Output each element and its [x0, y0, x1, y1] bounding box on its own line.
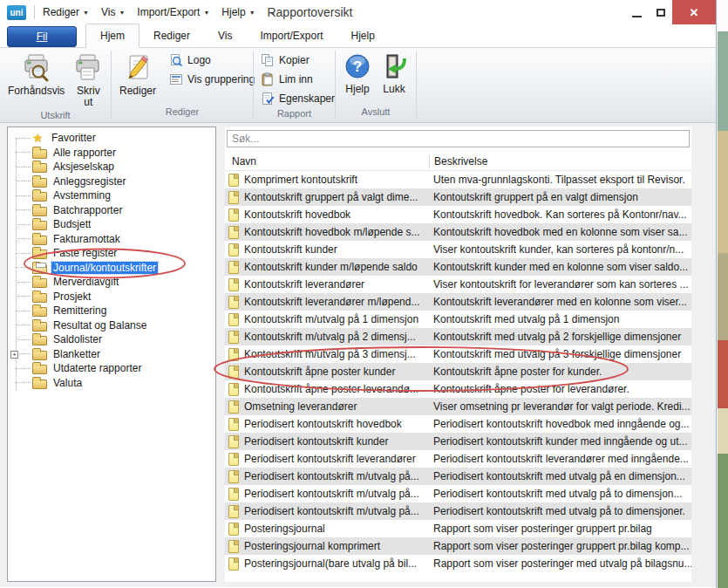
exit-button[interactable]: Lukk [377, 51, 412, 97]
tab-hjem[interactable]: Hjem [85, 24, 139, 48]
expand-icon[interactable]: + [10, 351, 18, 359]
report-row[interactable]: Kontoutskrift gruppert på valgt dime... … [225, 188, 691, 206]
report-row[interactable]: Periodisert kontoutskrift m/utvalg på...… [225, 468, 691, 485]
tree-item-journal-kontoutskrifter[interactable]: + Journal/kontoutskrifter [8, 261, 215, 276]
tab-hjelp[interactable]: Hjelp [337, 24, 389, 47]
document-icon [228, 331, 239, 344]
print-preview-button[interactable]: Forhåndsvis [3, 51, 69, 99]
report-row[interactable]: Kontoutskrift leverandører m/løpend... K… [225, 293, 691, 311]
group-label: Rapport [254, 108, 335, 122]
column-header-beskrivelse[interactable]: Beskrivelse [430, 155, 487, 168]
tree-item-resultat-og-balanse[interactable]: + Resultat og Balanse [8, 318, 215, 333]
report-row[interactable]: Posteringsjournal Rapport som viser post… [225, 520, 691, 537]
tab-rediger[interactable]: Rediger [139, 24, 204, 47]
tree-item-utdaterte-rapporter[interactable]: + Utdaterte rapporter [8, 361, 215, 376]
tree-item-alle-rapporter[interactable]: + Alle rapporter [8, 146, 215, 161]
column-header-navn[interactable]: Navn [225, 155, 430, 168]
report-row[interactable]: Posteringsjournal(bare utvalg på bil... … [225, 555, 691, 572]
report-row[interactable]: Periodisert kontoutskrift kunder Periodi… [225, 433, 691, 450]
report-row[interactable]: Posteringsjournal komprimert Rapport som… [225, 537, 691, 555]
ribbon-collapse-icon[interactable]: ⌄ [269, 8, 276, 17]
menu-rediger[interactable]: Rediger▼ [43, 6, 89, 18]
report-row[interactable]: Kontoutskrift hovedbok m/løpende s... Ko… [225, 223, 691, 241]
report-row[interactable]: Kontoutskrift m/utvalg på 1 dimensjon Ko… [225, 311, 691, 328]
report-row[interactable]: Periodisert kontoutskrift m/utvalg på...… [225, 485, 691, 503]
report-row[interactable]: Komprimert kontoutskrift Uten mva-grunnl… [225, 171, 691, 188]
document-icon [228, 453, 239, 466]
report-row[interactable]: Kontoutskrift kunder m/løpende saldo Kon… [225, 258, 691, 276]
menu-import-export[interactable]: Import/Export▼ [137, 6, 209, 18]
properties-button[interactable]: Egenskaper [257, 89, 338, 108]
tree-item-favoritter[interactable]: + Favoritter [8, 131, 215, 146]
chevron-down-icon: ▼ [203, 10, 209, 16]
report-row[interactable]: Kontoutskrift m/utvalg på 3 dimensj... K… [225, 345, 691, 363]
report-row[interactable]: Kontoutskrift åpne poster kunder Kontout… [225, 363, 691, 380]
tree-item-label: Merverdiavgift [51, 276, 120, 288]
tree-item-budsjett[interactable]: + Budsjett [8, 217, 215, 232]
folder-open-icon [32, 264, 47, 274]
print-button[interactable]: Skriv ut [69, 51, 107, 110]
tree-item-label: Aksjeselskap [51, 161, 116, 173]
logo-icon [169, 53, 183, 67]
report-row[interactable]: Kontoutskrift hovedbok Kontoutskrift hov… [225, 206, 691, 223]
tree-connector [16, 382, 31, 383]
help-button[interactable]: ? Hjelp [340, 51, 375, 97]
report-row[interactable]: Kontoutskrift m/utvalg på 2 dimensj... K… [225, 328, 691, 345]
maximize-button[interactable] [649, 0, 672, 24]
report-name: Kontoutskrift m/utvalg på 3 dimensj... [244, 348, 431, 360]
report-description: Periodisert kontoutskrift kunder med inn… [431, 435, 691, 448]
ribbon: Forhåndsvis Skriv ut Utskrift [0, 48, 716, 123]
minimize-button[interactable] [625, 0, 649, 24]
help-icon: ? [344, 52, 371, 82]
report-description: Kontoutskrift åpne poster for leverandør… [431, 383, 691, 395]
report-row[interactable]: Periodisert kontoutskrift hovedbok Perio… [225, 415, 691, 433]
window-controls: ✕ [625, 0, 716, 24]
report-row[interactable]: Periodisert kontoutskrift m/utvalg på...… [225, 503, 691, 520]
close-button[interactable]: ✕ [672, 0, 716, 24]
file-tab-button[interactable]: Fil [7, 26, 77, 47]
maximize-icon [657, 9, 665, 17]
tree-item-avstemming[interactable]: + Avstemming [8, 188, 215, 203]
print-icon [73, 52, 103, 84]
tree-connector [16, 195, 31, 196]
report-description: Kontoutskrift hovedbok. Kan sorteres på … [431, 209, 691, 221]
tree-connector [16, 152, 31, 153]
tree-item-fakturamottak[interactable]: + Fakturamottak [8, 232, 215, 247]
tree-item-batchrapporter[interactable]: + Batchrapporter [8, 203, 215, 218]
tree-item-saldolister[interactable]: + Saldolister [8, 332, 215, 347]
paste-button[interactable]: Lim inn [257, 70, 338, 89]
edit-button[interactable]: Rediger [115, 51, 160, 99]
tab-import-export[interactable]: Import/Export [247, 24, 337, 47]
report-row[interactable]: Kontoutskrift åpne poster leverandø... K… [225, 380, 691, 398]
category-tree-panel: + Favoritter + Alle rapporter + Aksjesel… [7, 126, 216, 582]
report-row[interactable]: Periodisert kontoutskrift leverandører P… [225, 450, 691, 468]
tree-item-label: Alle rapporter [51, 147, 118, 159]
ribbon-tab-row: Fil HjemRedigerVisImport/ExportHjelp [0, 24, 716, 48]
report-row[interactable]: Omsetning leverandører Viser omsetning p… [225, 398, 691, 415]
copy-icon [261, 53, 275, 67]
tree-item-valuta[interactable]: + Valuta [8, 376, 215, 391]
tree-item-faste-register[interactable]: + Faste register [8, 246, 215, 261]
document-icon [228, 505, 239, 518]
menu-vis[interactable]: Vis▼ [101, 6, 125, 18]
tree-connector [16, 267, 31, 268]
tree-item-anleggsregister[interactable]: + Anleggsregister [8, 174, 215, 189]
report-name: Kontoutskrift m/utvalg på 1 dimensjon [244, 313, 431, 325]
show-grouping-button[interactable]: Vis gruppering [166, 70, 258, 89]
app-window: uni Rediger▼Vis▼Import/Export▼Hjelp▼ ⌄ R… [0, 0, 717, 588]
search-input[interactable] [227, 130, 690, 147]
copy-button[interactable]: Kopier [257, 51, 338, 70]
tab-vis[interactable]: Vis [204, 24, 246, 47]
tree-item-aksjeselskap[interactable]: + Aksjeselskap [8, 160, 215, 174]
report-description: Kontoutskrift med utvalg på 3 forskjelli… [431, 348, 691, 360]
report-row[interactable]: Kontoutskrift leverandører Viser kontout… [225, 276, 691, 293]
report-row[interactable]: Kontoutskrift kunder Viser kontoutskrift… [225, 241, 691, 258]
tree-item-remittering[interactable]: + Remittering [8, 304, 215, 318]
report-description: Kontoutskrift med utvalg på 1 dimensjon [431, 313, 691, 325]
tree-item-merverdiavgift[interactable]: + Merverdiavgift [8, 275, 215, 290]
folder-icon [32, 322, 47, 332]
menu-hjelp[interactable]: Hjelp▼ [221, 6, 255, 18]
tree-item-prosjekt[interactable]: + Prosjekt [8, 290, 215, 304]
tree-item-blanketter[interactable]: + Blanketter [8, 347, 215, 362]
logo-button[interactable]: Logo [166, 51, 258, 70]
